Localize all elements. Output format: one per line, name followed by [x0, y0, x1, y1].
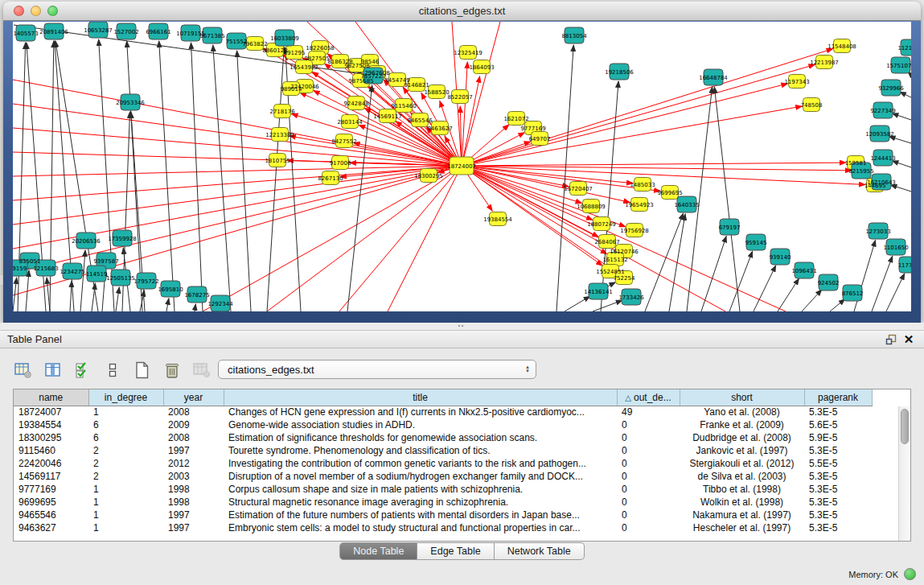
table-row[interactable]: 946362711997Embryonic stem cells: a mode… [14, 521, 872, 534]
table-cell[interactable]: 5.5E-5 [804, 457, 872, 470]
table-cell[interactable]: 0 [617, 444, 680, 457]
table-row[interactable]: 1456911722003Disruption of a novel membe… [14, 470, 872, 483]
column-header-in_degree[interactable]: in_degree [88, 389, 163, 406]
table-cell[interactable]: 9465546 [14, 509, 88, 521]
table-cell[interactable]: 5.3E-5 [804, 521, 872, 534]
table-cell[interactable]: Embryonic stem cells: a model to study s… [224, 521, 617, 534]
table-cell[interactable]: 2 [88, 457, 163, 470]
table-row[interactable]: 911546021997Tourette syndrome. Phenomeno… [14, 444, 872, 457]
show-columns-icon[interactable] [43, 360, 64, 381]
table-row[interactable]: 2242004622012Investigating the contribut… [14, 457, 872, 470]
table-cell[interactable]: 2 [88, 470, 163, 483]
column-header-year[interactable]: year [163, 389, 224, 406]
table-cell[interactable]: 1 [88, 406, 163, 418]
table-cell[interactable]: 5.9E-5 [804, 431, 872, 444]
minimize-window-button[interactable] [31, 6, 41, 16]
float-panel-icon[interactable] [882, 332, 900, 347]
table-cell[interactable]: 1998 [163, 496, 224, 509]
clear-selection-icon[interactable] [102, 360, 123, 381]
delete-column-icon[interactable] [162, 360, 183, 381]
table-cell[interactable]: 0 [617, 483, 680, 496]
delete-table-icon[interactable] [191, 360, 212, 381]
tab-network-table[interactable]: Network Table [495, 542, 585, 560]
table-cell[interactable]: 1997 [163, 509, 224, 521]
table-cell[interactable]: 14569117 [14, 470, 88, 483]
network-graph[interactable]: 1872400779638228860128891295182260589827… [13, 22, 911, 311]
table-cell[interactable]: 22420046 [14, 457, 88, 470]
table-cell[interactable]: 0 [617, 431, 680, 444]
column-header-short[interactable]: short [680, 389, 804, 406]
table-cell[interactable]: Tourette syndrome. Phenomenology and cla… [224, 444, 617, 457]
table-cell[interactable]: 9699695 [14, 496, 88, 509]
table-cell[interactable]: 5.3E-5 [804, 496, 872, 509]
table-row[interactable]: 1938455462009Genome-wide association stu… [14, 418, 872, 431]
table-cell[interactable]: 18724007 [14, 406, 88, 418]
table-cell[interactable]: 5.6E-5 [804, 418, 872, 431]
network-canvas[interactable]: 1872400779638228860128891295182260589827… [13, 22, 911, 311]
table-cell[interactable]: Structural magnetic resonance image aver… [224, 496, 617, 509]
table-cell[interactable]: Jankovic et al. (1997) [680, 444, 804, 457]
zoom-window-button[interactable] [47, 6, 58, 16]
close-window-button[interactable] [14, 6, 24, 16]
table-cell[interactable]: 1 [88, 509, 163, 521]
table-cell[interactable]: 0 [617, 509, 680, 521]
table-cell[interactable]: Stergiakouli et al. (2012) [680, 457, 804, 470]
table-cell[interactable]: Estimation of the future numbers of pati… [224, 509, 617, 521]
table-cell[interactable]: Tibbo et al. (1998) [680, 483, 804, 496]
tab-edge-table[interactable]: Edge Table [417, 542, 494, 560]
table-cell[interactable]: 0 [617, 418, 680, 431]
table-cell[interactable]: 6 [88, 418, 163, 431]
column-header-title[interactable]: title [224, 389, 617, 406]
table-cell[interactable]: 5.3E-5 [804, 483, 872, 496]
table-cell[interactable]: 6 [88, 431, 163, 444]
table-cell[interactable]: 5.3E-5 [804, 509, 872, 521]
table-cell[interactable]: 5.3E-5 [804, 406, 872, 418]
table-cell[interactable]: Hescheler et al. (1997) [680, 521, 804, 534]
select-all-icon[interactable] [72, 360, 93, 381]
table-cell[interactable]: 2003 [163, 470, 224, 483]
table-cell[interactable]: Wolkin et al. (1998) [680, 496, 804, 509]
table-cell[interactable]: Nakamura et al. (1997) [680, 509, 804, 521]
new-column-icon[interactable] [132, 360, 153, 381]
close-panel-icon[interactable]: ✕ [900, 332, 918, 347]
table-cell[interactable]: Corpus callosum shape and size in male p… [224, 483, 617, 496]
column-header-out_de[interactable]: △out_de... [617, 389, 680, 406]
table-cell[interactable]: de Silva et al. (2003) [680, 470, 804, 483]
table-cell[interactable]: 2008 [163, 431, 224, 444]
table-cell[interactable]: 1 [88, 521, 163, 534]
table-cell[interactable]: 0 [617, 496, 680, 509]
table-cell[interactable]: 1997 [163, 521, 224, 534]
table-cell[interactable]: 1998 [163, 483, 224, 496]
table-cell[interactable]: Genome-wide association studies in ADHD. [224, 418, 617, 431]
panel-divider[interactable] [0, 323, 924, 330]
table-row[interactable]: 1872400712008Changes of HCN gene express… [14, 406, 872, 418]
window-titlebar[interactable]: citations_edges.txt [3, 2, 921, 21]
left-panel-collapse-handle[interactable] [0, 274, 3, 286]
table-cell[interactable]: Changes of HCN gene expression and I(f) … [224, 406, 617, 418]
table-cell[interactable]: 18300295 [14, 431, 88, 444]
table-cell[interactable]: 49 [617, 406, 680, 418]
table-cell[interactable]: 0 [617, 521, 680, 534]
table-cell[interactable]: 19384554 [14, 418, 88, 431]
table-cell[interactable]: 0 [617, 457, 680, 470]
table-mode-icon[interactable] [13, 360, 34, 381]
table-cell[interactable]: 1 [88, 496, 163, 509]
table-scrollbar[interactable] [898, 406, 910, 541]
column-header-pagerank[interactable]: pagerank [804, 389, 872, 406]
table-cell[interactable]: 1997 [163, 444, 224, 457]
table-cell[interactable]: Estimation of significance thresholds fo… [224, 431, 617, 444]
table-cell[interactable]: 0 [617, 470, 680, 483]
tab-node-table[interactable]: Node Table [339, 542, 417, 560]
table-cell[interactable]: 9115460 [14, 444, 88, 457]
table-cell[interactable]: Franke et al. (2009) [680, 418, 804, 431]
table-cell[interactable]: Yano et al. (2008) [680, 406, 804, 418]
table-cell[interactable]: 5.3E-5 [804, 444, 872, 457]
table-cell[interactable]: Investigating the contribution of common… [224, 457, 617, 470]
table-cell[interactable]: 2012 [163, 457, 224, 470]
table-selector-dropdown[interactable]: citations_edges.txt ▲▼ [218, 360, 536, 379]
table-cell[interactable]: 2008 [163, 406, 224, 418]
table-cell[interactable]: Dudbridge et al. (2008) [680, 431, 804, 444]
table-cell[interactable]: Disruption of a novel member of a sodium… [224, 470, 617, 483]
column-header-name[interactable]: name [14, 389, 88, 406]
table-row[interactable]: 977716911998Corpus callosum shape and si… [14, 483, 872, 496]
